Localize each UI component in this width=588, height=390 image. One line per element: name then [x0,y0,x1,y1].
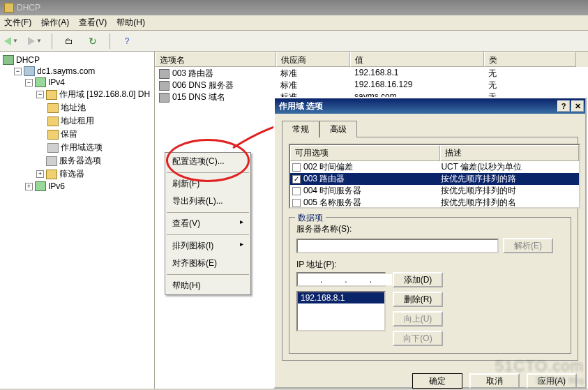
col-available[interactable]: 可用选项 [290,145,440,161]
tree-leases[interactable]: 地址租用 [1,114,153,128]
menu-view[interactable]: 查看(V) [79,17,107,29]
tab-general[interactable]: 常规 [282,121,319,137]
tree-ipv4[interactable]: −IPv4 [1,77,153,88]
dialog-titlebar: 作用域 选项 ? ✕ [275,98,585,114]
group-legend: 数据项 [295,212,326,224]
ip-label: IP 地址(P): [296,259,564,271]
tree-panel: DHCP −dc1.sayms.com −IPv4 −作用域 [192.168.… [0,52,155,389]
ctx-align[interactable]: 对齐图标(E) [165,255,250,272]
option-icon [159,93,169,103]
option-icon [159,69,169,79]
option-row[interactable]: 004 时间服务器按优先顺序排列的时 [290,185,579,197]
checkbox[interactable] [292,187,301,195]
checkbox[interactable] [292,163,301,172]
context-menu: 配置选项(C)... 刷新(F) 导出列表(L)... 查看(V)▸ 排列图标(… [165,152,251,295]
tree-scope-options[interactable]: 作用域选项 [1,141,153,154]
tree-pool[interactable]: 地址池 [1,101,153,114]
ip-input[interactable]: . . . [296,272,386,287]
option-row[interactable]: ✓003 路由器按优先顺序排列的路 [290,173,579,185]
up-button-dlg[interactable]: 向上(U) [393,311,443,327]
tab-advanced[interactable]: 高级 [319,121,357,137]
watermark: 51CTO.com 应用微客 Blog [495,357,584,386]
app-icon [4,3,14,13]
ctx-arrange[interactable]: 排列图标(I)▸ [165,237,250,255]
menu-action[interactable]: 操作(A) [41,17,69,29]
menubar: 文件(F) 操作(A) 查看(V) 帮助(H) [0,15,588,31]
up-button[interactable]: 🗀 [61,33,77,50]
col-description[interactable]: 描述 [440,145,579,161]
ip-list-item[interactable]: 192.168.8.1 [298,292,384,303]
ctx-view[interactable]: 查看(V)▸ [165,215,250,232]
checkbox[interactable] [292,199,301,207]
tree-dhcp[interactable]: DHCP [1,54,153,66]
option-row[interactable]: 005 名称服务器按优先顺序排列的名 [290,197,579,209]
ctx-configure[interactable]: 配置选项(C)... [165,153,250,170]
remove-button[interactable]: 删除(R) [393,292,443,307]
ctx-export[interactable]: 导出列表(L)... [165,193,250,210]
scope-options-dialog: 作用域 选项 ? ✕ 常规 高级 可用选项 描述 002 时间偏差UCT 偏差(… [273,97,587,389]
titlebar: DHCP [0,0,588,15]
option-icon [159,81,169,91]
col-class[interactable]: 类 [484,52,576,67]
table-row[interactable]: 006 DNS 服务器标准192.168.16.129无 [155,79,588,91]
back-button[interactable]: ▼ [3,33,20,50]
add-button[interactable]: 添加(D) [393,272,443,287]
server-name-label: 服务器名称(S): [296,223,564,235]
tree-server-options[interactable]: 服务器选项 [1,154,153,167]
data-entry-group: 数据项 服务器名称(S): 解析(E) IP 地址(P): . . . 192.… [289,217,571,354]
col-value[interactable]: 值 [350,52,484,67]
window-title: DHCP [17,3,40,13]
help-icon[interactable]: ? [119,33,135,50]
menu-file[interactable]: 文件(F) [4,17,31,29]
checkbox[interactable]: ✓ [292,175,301,183]
ip-list[interactable]: 192.168.8.1 [296,291,386,331]
down-button-dlg[interactable]: 向下(O) [393,331,443,346]
tree-reservations[interactable]: 保留 [1,128,153,141]
col-name[interactable]: 选项名 [155,52,276,67]
tree-filters[interactable]: +筛选器 [1,167,153,181]
resolve-button[interactable]: 解析(E) [503,238,553,253]
ctx-help[interactable]: 帮助(H) [165,277,250,294]
server-name-input[interactable] [296,239,499,253]
grid-header: 选项名 供应商 值 类 [155,52,588,67]
dialog-help-button[interactable]: ? [557,100,570,112]
forward-button: ▼ [27,33,43,50]
tree-ipv6[interactable]: +IPv6 [1,181,153,192]
option-row[interactable]: 002 时间偏差UCT 偏差(以秒为单位 [290,161,579,173]
table-row[interactable]: 003 路由器标准192.168.8.1无 [155,67,588,79]
ok-button[interactable]: 确定 [412,373,462,389]
dialog-title: 作用域 选项 [279,100,323,112]
options-listbox[interactable]: 可用选项 描述 002 时间偏差UCT 偏差(以秒为单位✓003 路由器按优先顺… [289,144,580,209]
tree-server[interactable]: −dc1.sayms.com [1,66,153,77]
dialog-close-button[interactable]: ✕ [571,100,584,112]
toolbar: ▼ ▼ 🗀 ↻ ? [0,31,588,52]
menu-help[interactable]: 帮助(H) [116,17,145,29]
ctx-refresh[interactable]: 刷新(F) [165,175,250,193]
tree-scope[interactable]: −作用域 [192.168.8.0] DH [1,88,153,101]
refresh-icon[interactable]: ↻ [84,33,101,50]
col-vendor[interactable]: 供应商 [276,52,350,67]
dialog-tabs: 常规 高级 [282,121,578,137]
